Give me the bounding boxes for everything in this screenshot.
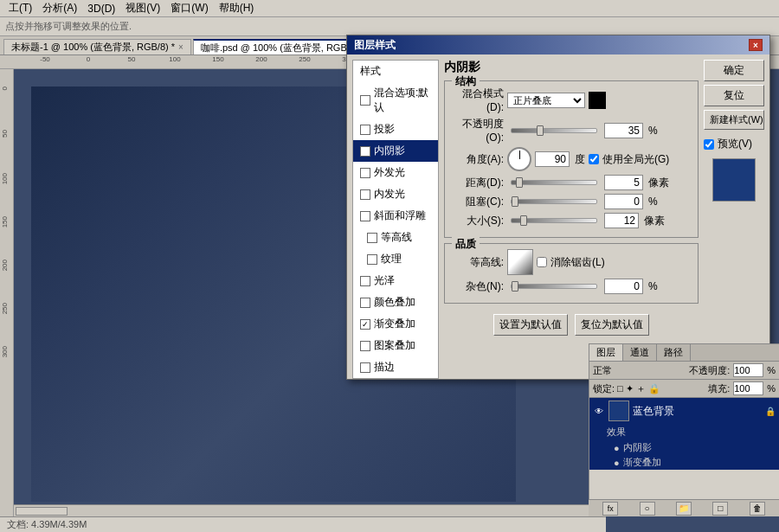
style-item-stroke[interactable]: 描边 [353,356,438,378]
opacity-thumb[interactable] [537,125,544,136]
angle-input[interactable] [535,151,570,167]
size-thumb[interactable] [520,215,527,226]
layer-panel: 图层 通道 路径 正常 不透明度: % 锁定: □ ✦ ＋ 🔒 填充: % 👁 … [589,343,779,516]
reset-default-button[interactable]: 复位为默认值 [575,314,649,336]
inner-shadow-checkbox[interactable]: ✓ [360,146,370,157]
blend-checkbox[interactable] [360,95,370,106]
layer-opacity-label: 不透明度: [689,364,730,377]
satin-checkbox[interactable] [360,276,370,286]
preview-checkbox[interactable] [704,139,714,150]
size-slider[interactable] [511,218,597,223]
layer-fill-input[interactable] [733,381,763,395]
distance-input[interactable] [604,175,643,190]
angle-wheel[interactable] [507,147,531,171]
tab-1[interactable]: 咖啡.psd @ 100% (蓝色背景, RGB/8 [193,39,363,54]
inner-glow-checkbox[interactable] [360,189,370,200]
style-item-texture[interactable]: 纹理 [353,248,438,270]
style-item-styles[interactable]: 样式 [353,61,438,82]
effect-bullet: ● [614,443,620,453]
layer-style-dialog: 图层样式 × 样式 混合选项:默认 投影 ✓ 内阴影 [346,35,770,380]
drop-shadow-checkbox[interactable] [360,125,370,135]
noise-slider[interactable] [511,284,597,289]
layer-fx-button[interactable]: fx [602,502,618,516]
stroke-checkbox[interactable] [360,362,370,373]
size-input[interactable] [604,213,639,228]
blend-color-swatch[interactable] [589,92,606,109]
layer-mode-label: 正常 [593,364,612,377]
style-item-drop-shadow[interactable]: 投影 [353,119,438,140]
style-item-bevel-label: 斜面和浮雕 [374,208,426,223]
style-item-contour[interactable]: 等高线 [353,227,438,248]
cancel-button[interactable]: 复位 [704,85,764,106]
blend-mode-select[interactable]: 正片叠底 [507,93,585,108]
style-item-gradient-overlay-label: 渐变叠加 [374,317,415,331]
hscrollbar[interactable] [14,504,589,516]
style-item-contour-label: 等高线 [381,230,412,245]
quality-section: 品质 等高线: 消除锯齿(L) 杂色(N): [444,243,699,304]
layer-mask-button[interactable]: ○ [640,502,655,516]
layer-tab-channels[interactable]: 通道 [623,344,657,361]
style-item-inner-shadow-label: 内阴影 [374,144,405,158]
noise-thumb[interactable] [512,281,518,292]
ok-button[interactable]: 确定 [704,60,764,81]
set-default-button[interactable]: 设置为默认值 [493,314,568,336]
distance-slider[interactable] [511,180,597,185]
size-label: 大小(S): [452,214,504,228]
gradient-overlay-checkbox[interactable]: ✓ [360,319,370,330]
choke-unit: % [648,195,658,208]
style-item-blend[interactable]: 混合选项:默认 [353,82,438,119]
menu-item-view[interactable]: 视图(V) [120,0,165,17]
style-item-bevel[interactable]: 斜面和浮雕 [353,205,438,227]
contour-preview[interactable] [507,249,533,275]
tab-0[interactable]: 未标题-1 @ 100% (蓝色背景, RGB/8) * × [3,39,191,54]
style-item-pattern-overlay[interactable]: 图案叠加 [353,335,438,356]
style-item-satin-label: 光泽 [374,273,395,288]
texture-checkbox[interactable] [367,254,377,265]
contour-checkbox[interactable] [367,233,377,243]
opacity-label: 不透明度(O): [452,117,504,144]
anti-alias-checkbox[interactable] [537,257,547,267]
layer-tab-layers[interactable]: 图层 [589,344,623,361]
style-item-gradient-overlay[interactable]: ✓ 渐变叠加 [353,313,438,335]
outer-glow-checkbox[interactable] [360,168,370,178]
menu-item-3d[interactable]: 3D(D) [82,1,120,16]
menu-item-tools[interactable]: 工(T) [3,0,37,17]
distance-thumb[interactable] [516,177,523,188]
hscroll-thumb[interactable] [16,507,68,516]
style-item-outer-glow[interactable]: 外发光 [353,162,438,183]
layer-delete-button[interactable]: 🗑 [750,502,765,516]
style-item-inner-glow[interactable]: 内发光 [353,183,438,205]
choke-input[interactable] [604,194,643,209]
new-style-button[interactable]: 新建样式(W)... [704,110,764,130]
choke-slider[interactable] [511,199,597,204]
dialog-close-button[interactable]: × [749,39,763,51]
style-item-color-overlay[interactable]: 颜色叠加 [353,292,438,313]
layer-opacity-input[interactable] [733,363,763,377]
opacity-input[interactable] [604,123,643,138]
layer-lock-label: 锁定: □ ✦ ＋ 🔒 [593,382,660,395]
layer-item-bg[interactable]: 👁 蓝色背景 🔒 效果 ● 内阴影 ● 渐变叠加 [589,398,779,470]
menu-item-window[interactable]: 窗口(W) [165,0,213,17]
opacity-slider[interactable] [511,128,597,133]
ruler-v-mark6: 250 [1,303,9,314]
pattern-overlay-checkbox[interactable] [360,341,370,351]
layer-effects-header: 效果 [589,424,779,440]
color-overlay-checkbox[interactable] [360,298,370,308]
opacity-row: 不透明度(O): % [452,117,691,144]
layer-group-button[interactable]: 📁 [676,502,692,516]
layer-eye-icon[interactable]: 👁 [593,405,605,417]
tab-0-close[interactable]: × [178,42,183,52]
style-item-satin[interactable]: 光泽 [353,270,438,292]
bevel-checkbox[interactable] [360,211,370,221]
layer-new-button[interactable]: □ [712,502,728,516]
style-item-drop-shadow-label: 投影 [374,122,395,137]
style-item-color-overlay-label: 颜色叠加 [374,295,415,310]
right-button-panel: 确定 复位 新建样式(W)... 预览(V) [704,60,764,379]
menu-item-analyze[interactable]: 分析(A) [37,0,82,17]
layer-tab-paths[interactable]: 路径 [657,344,691,361]
global-light-checkbox[interactable] [589,154,599,164]
menu-item-help[interactable]: 帮助(H) [214,0,260,17]
noise-input[interactable] [604,279,643,294]
choke-thumb[interactable] [512,196,518,207]
style-item-inner-shadow[interactable]: ✓ 内阴影 [353,140,438,162]
